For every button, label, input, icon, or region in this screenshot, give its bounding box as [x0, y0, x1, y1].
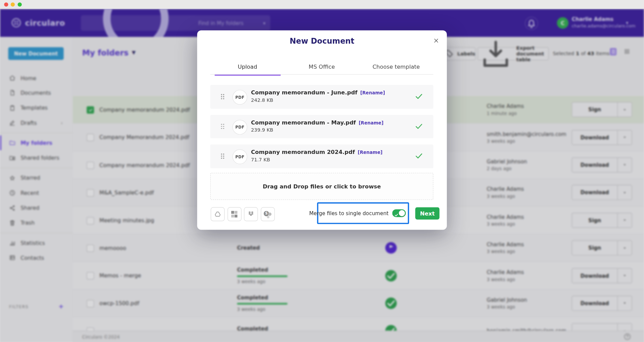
rename-link[interactable]: [Rename] [358, 150, 383, 155]
user-menu-caret-icon[interactable]: ▾ [626, 20, 628, 25]
row-checkbox[interactable] [87, 106, 94, 114]
row-action-label[interactable]: Sign [572, 213, 617, 227]
help-button[interactable] [623, 333, 631, 341]
tab-ms-office[interactable]: MS Office [285, 63, 359, 75]
google-drive-import-button[interactable] [211, 207, 224, 221]
close-modal-button[interactable] [433, 37, 439, 44]
row-action-label[interactable]: Download [572, 296, 617, 310]
row-checkbox[interactable] [87, 189, 94, 197]
sidebar-item-label: Shared folders [21, 155, 60, 161]
sidebar-item-contacts[interactable]: Contacts › [0, 250, 73, 265]
table-row[interactable]: Memos - merge Completed 3 weeks ago Char… [73, 262, 644, 290]
last-activity-time: 3 weeks ago [487, 222, 524, 227]
row-action-caret-icon[interactable] [618, 213, 631, 227]
rename-link[interactable]: [Rename] [360, 90, 385, 96]
table-row[interactable]: memoooo Created Charlie Adams 3 weeks ag… [73, 234, 644, 262]
row-action-button[interactable]: Download [572, 130, 632, 145]
status-time: 3 weeks ago [237, 279, 287, 284]
merge-toggle-highlight: Merge files to single document [317, 202, 409, 224]
status-cell: Completed 3 weeks ago [237, 267, 287, 284]
row-action-label[interactable]: Sign [572, 102, 617, 117]
row-action-button[interactable]: Download [572, 185, 632, 200]
row-checkbox[interactable] [87, 245, 94, 252]
labels-button[interactable]: Labels [444, 47, 476, 60]
row-action-caret-icon[interactable] [618, 324, 631, 331]
row-action-button[interactable] [572, 323, 632, 331]
row-checkbox[interactable] [87, 162, 94, 169]
sharepoint-import-button[interactable]: S [261, 207, 275, 221]
row-action-label[interactable]: Download [572, 158, 617, 172]
sidebar-item-drafts[interactable]: Drafts › [0, 115, 73, 130]
sidebar-item-templates[interactable]: Templates › [0, 100, 73, 115]
row-action-button[interactable]: Sign [572, 102, 632, 117]
tab-upload[interactable]: Upload [210, 63, 285, 75]
row-checkbox[interactable] [87, 327, 94, 331]
row-action-label[interactable]: Download [572, 185, 617, 200]
file-icon [9, 90, 16, 96]
list-view-toggle[interactable] [610, 48, 616, 55]
notifications-button[interactable] [525, 17, 538, 30]
row-action-label[interactable]: Download [572, 268, 617, 282]
table-row[interactable]: owcp-1500.pdf Completed 3 weeks ago Gabr… [73, 290, 644, 317]
rename-link[interactable]: [Rename] [359, 120, 384, 126]
row-checkbox[interactable] [87, 300, 94, 307]
row-checkbox[interactable] [87, 217, 94, 224]
onedrive-icon [231, 211, 238, 218]
sidebar-item-shared-folders[interactable]: Shared folders › [0, 151, 73, 165]
google-drive-icon [214, 210, 221, 218]
row-action-caret-icon[interactable] [618, 158, 631, 172]
row-action-button[interactable]: Download [572, 157, 632, 173]
sidebar-item-home[interactable]: Home › [0, 71, 73, 86]
row-action-caret-icon[interactable] [618, 130, 631, 144]
sidebar-item-statistics[interactable]: Statistics › [0, 235, 73, 250]
brand[interactable]: circularo [11, 17, 65, 28]
drag-handle-icon[interactable] [221, 124, 222, 125]
tab-choose-template[interactable]: Choose template [359, 63, 433, 75]
avatar[interactable]: C [557, 17, 568, 29]
export-document-table-button[interactable]: Export document table [478, 47, 549, 60]
minimize-window-button[interactable] [11, 2, 15, 6]
sidebar-item-recent[interactable]: Recent › [0, 185, 73, 200]
dropbox-import-button[interactable] [244, 207, 258, 221]
table-row[interactable]: Completed benjamin.smith@circularo.com [73, 317, 644, 331]
row-action-caret-icon[interactable] [618, 241, 631, 255]
row-action-button[interactable]: Sign [572, 213, 632, 228]
row-action-caret-icon[interactable] [618, 296, 631, 310]
row-action-button[interactable]: Download [572, 268, 632, 283]
row-action-label[interactable]: Download [572, 130, 617, 144]
drag-handle-icon[interactable] [221, 94, 222, 95]
sidebar-item-trash[interactable]: Trash › [0, 215, 73, 230]
sidebar-item-shared[interactable]: Shared › [0, 200, 73, 215]
row-action-caret-icon[interactable] [618, 185, 631, 200]
row-checkbox[interactable] [87, 272, 94, 280]
grid-view-toggle[interactable] [623, 48, 630, 55]
close-window-button[interactable] [4, 2, 8, 6]
merge-toggle[interactable] [392, 209, 406, 217]
sidebar-item-my-folders[interactable]: My folders › [0, 136, 73, 151]
row-action-caret-icon[interactable] [618, 268, 631, 282]
sidebar-item-starred[interactable]: Starred › [0, 170, 73, 185]
status-cell: Completed [237, 326, 287, 331]
global-search[interactable]: ▾ [81, 15, 270, 31]
progress-bar [237, 275, 287, 277]
last-activity-time: 2 days ago [487, 166, 527, 172]
next-button[interactable]: Next [415, 207, 439, 220]
add-filter-button[interactable]: + [59, 303, 64, 310]
zoom-window-button[interactable] [18, 2, 22, 6]
onedrive-import-button[interactable] [227, 207, 241, 221]
row-checkbox[interactable] [87, 134, 94, 141]
sidebar-item-documents[interactable]: Documents › [0, 86, 73, 100]
row-action-button[interactable]: Sign [572, 240, 632, 255]
row-action-label[interactable] [572, 324, 617, 331]
row-action-label[interactable]: Sign [572, 241, 617, 255]
drag-handle-icon[interactable] [221, 154, 222, 155]
row-action-button[interactable]: Download [572, 296, 632, 311]
file-dropzone[interactable]: Drag and Drop files or click to browse [210, 173, 433, 200]
new-document-button[interactable]: New Document [8, 47, 64, 60]
search-input[interactable] [197, 20, 263, 27]
row-action-caret-icon[interactable] [618, 102, 631, 117]
page-title[interactable]: My folders ▼ [82, 48, 136, 57]
search-scope-caret-icon[interactable]: ▾ [263, 21, 265, 25]
status-cell: Completed 3 weeks ago [237, 294, 287, 312]
footer-bar: Circularo ©2024 [73, 331, 644, 342]
